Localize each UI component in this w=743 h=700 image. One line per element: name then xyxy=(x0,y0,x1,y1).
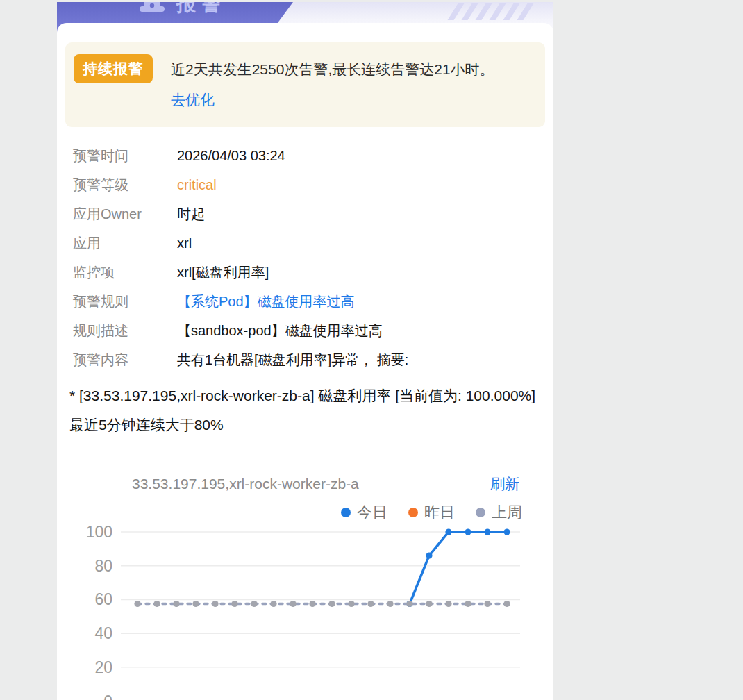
row-value-critical: critical xyxy=(177,170,217,199)
alert-rule-link[interactable]: 【系统Pod】磁盘使用率过高 xyxy=(177,287,355,316)
svg-text:60: 60 xyxy=(94,590,112,608)
svg-text:40: 40 xyxy=(94,624,112,642)
lastweek-dot-icon xyxy=(476,508,485,517)
row-value: 【sandbox-pod】磁盘使用率过高 xyxy=(177,316,383,345)
status-badge: 持续报警 xyxy=(74,54,153,83)
yesterday-dot-icon xyxy=(408,508,418,517)
tab-label: 报警 xyxy=(176,2,226,17)
alert-message: 近2天共发生2550次告警,最长连续告警达21小时。去优化 xyxy=(171,54,497,115)
row-app-owner: 应用Owner 时起 xyxy=(73,199,545,228)
row-value: 2026/04/03 03:24 xyxy=(177,141,285,170)
chart-legend: 今日 昨日 上周 xyxy=(65,502,545,523)
row-label: 监控项 xyxy=(73,258,177,287)
row-monitor-item: 监控项 xrl[磁盘利用率] xyxy=(73,258,545,287)
legend-item-yesterday[interactable]: 昨日 xyxy=(408,502,455,523)
alert-summary-text: * [33.53.197.195,xrl-rock-worker-zb-a] 磁… xyxy=(69,381,543,440)
svg-text:0: 0 xyxy=(103,692,112,700)
row-alert-content: 预警内容 共有1台机器[磁盘利用率]异常， 摘要: xyxy=(73,345,545,374)
row-app: 应用 xrl xyxy=(73,228,545,258)
chart-title: 33.53.197.195,xrl-rock-worker-zb-a xyxy=(132,476,359,492)
row-label: 预警时间 xyxy=(73,141,177,170)
row-label: 应用Owner xyxy=(73,199,177,228)
svg-text:80: 80 xyxy=(94,557,112,575)
row-value: xrl[磁盘利用率] xyxy=(177,258,269,287)
content-panel: 持续报警 近2天共发生2550次告警,最长连续告警达21小时。去优化 预警时间 … xyxy=(57,23,553,700)
row-label: 规则描述 xyxy=(73,316,177,345)
row-label: 应用 xyxy=(73,228,177,258)
row-label: 预警等级 xyxy=(73,170,177,199)
row-value: 共有1台机器[磁盘利用率]异常， 摘要: xyxy=(177,345,408,374)
row-alert-time: 预警时间 2026/04/03 03:24 xyxy=(73,141,545,170)
row-value: 时起 xyxy=(177,199,205,228)
info-rows: 预警时间 2026/04/03 03:24 预警等级 critical 应用Ow… xyxy=(73,141,545,374)
page: 报警 持续报警 近2天共发生2550次告警,最长连续告警达21小时。去优化 预警… xyxy=(0,0,743,700)
svg-text:100: 100 xyxy=(86,524,112,541)
continuous-alarm-box: 持续报警 近2天共发生2550次告警,最长连续告警达21小时。去优化 xyxy=(65,42,545,127)
optimize-link[interactable]: 去优化 xyxy=(171,92,215,108)
trend-line-chart: 100806040200 xyxy=(65,524,545,700)
row-rule-desc: 规则描述 【sandbox-pod】磁盘使用率过高 xyxy=(73,316,545,345)
today-dot-icon xyxy=(341,508,351,517)
alert-message-text: 近2天共发生2550次告警,最长连续告警达21小时。 xyxy=(171,61,494,77)
row-label: 预警规则 xyxy=(73,287,177,316)
row-label: 预警内容 xyxy=(73,345,177,374)
svg-text:20: 20 xyxy=(94,658,112,676)
alert-card: 报警 持续报警 近2天共发生2550次告警,最长连续告警达21小时。去优化 预警… xyxy=(57,2,553,700)
alarm-bell-icon xyxy=(139,2,165,17)
decorative-stripes xyxy=(453,3,528,20)
legend-item-lastweek[interactable]: 上周 xyxy=(476,502,522,523)
row-alert-rule: 预警规则 【系统Pod】磁盘使用率过高 xyxy=(73,287,545,316)
row-value: xrl xyxy=(177,228,192,258)
chart-header: 33.53.197.195,xrl-rock-worker-zb-a 刷新 xyxy=(65,474,545,494)
refresh-link[interactable]: 刷新 xyxy=(490,474,519,494)
legend-item-today[interactable]: 今日 xyxy=(341,502,387,523)
row-alert-level: 预警等级 critical xyxy=(73,170,545,199)
tab-content: 报警 xyxy=(139,2,226,17)
